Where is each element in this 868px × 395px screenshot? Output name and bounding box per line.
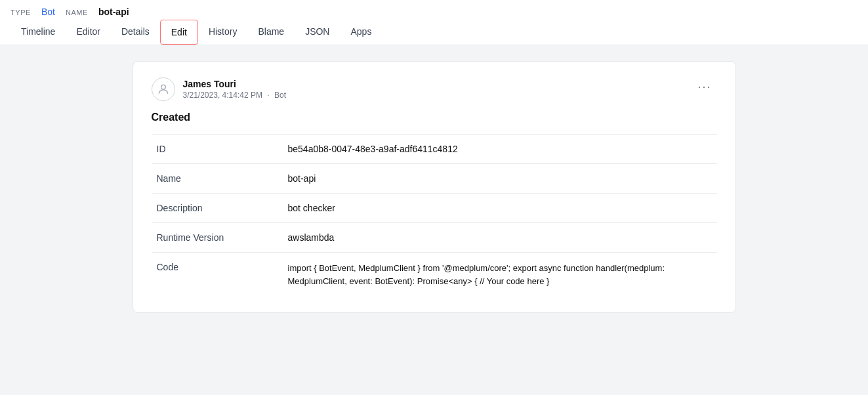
tab-blame[interactable]: Blame xyxy=(247,20,295,45)
card-title: Created xyxy=(152,112,717,123)
history-card: James Touri 3/21/2023, 4:14:42 PM · Bot … xyxy=(133,61,736,313)
top-bar: TYPE Bot NAME bot-api Timeline Editor De… xyxy=(0,0,868,45)
table-row: ID be54a0b8-0047-48e3-a9af-adf6411c4812 xyxy=(152,135,717,164)
tabs-row: Timeline Editor Details Edit History Bla… xyxy=(10,20,858,45)
type-value: Bot xyxy=(41,7,55,17)
card-header-left: James Touri 3/21/2023, 4:14:42 PM · Bot xyxy=(152,77,286,101)
avatar xyxy=(152,77,175,101)
detail-table: ID be54a0b8-0047-48e3-a9af-adf6411c4812 … xyxy=(152,134,717,297)
svg-point-0 xyxy=(161,85,165,89)
dot: · xyxy=(267,91,269,100)
main-content: James Touri 3/21/2023, 4:14:42 PM · Bot … xyxy=(0,45,868,329)
more-options-button[interactable]: ··· xyxy=(692,77,716,96)
tab-json[interactable]: JSON xyxy=(295,20,340,45)
table-row: Runtime Version awslambda xyxy=(152,223,717,253)
row-label: Runtime Version xyxy=(152,223,283,253)
name-value: bot-api xyxy=(98,7,129,17)
row-value: be54a0b8-0047-48e3-a9af-adf6411c4812 xyxy=(283,135,717,164)
row-value: bot checker xyxy=(283,194,717,223)
tab-details[interactable]: Details xyxy=(111,20,160,45)
row-value: awslambda xyxy=(283,223,717,253)
type-name-row: TYPE Bot NAME bot-api xyxy=(10,0,858,20)
card-header: James Touri 3/21/2023, 4:14:42 PM · Bot … xyxy=(152,77,717,101)
row-label: Description xyxy=(152,194,283,223)
card-datetime: 3/21/2023, 4:14:42 PM xyxy=(183,91,262,100)
table-row: Code import { BotEvent, MedplumClient } … xyxy=(152,253,717,297)
row-value-code: import { BotEvent, MedplumClient } from … xyxy=(283,253,717,297)
tab-editor[interactable]: Editor xyxy=(66,20,111,45)
tab-apps[interactable]: Apps xyxy=(340,20,382,45)
tab-edit[interactable]: Edit xyxy=(160,20,198,45)
tab-history[interactable]: History xyxy=(198,20,248,45)
table-row: Name bot-api xyxy=(152,164,717,194)
row-label: ID xyxy=(152,135,283,164)
author-name: James Touri xyxy=(183,79,286,89)
row-label: Name xyxy=(152,164,283,194)
name-label: NAME xyxy=(66,9,88,16)
table-row: Description bot checker xyxy=(152,194,717,223)
row-value: bot-api xyxy=(283,164,717,194)
row-label: Code xyxy=(152,253,283,297)
card-meta: 3/21/2023, 4:14:42 PM · Bot xyxy=(183,91,286,100)
bot-badge: Bot xyxy=(274,91,286,100)
type-label: TYPE xyxy=(10,9,31,16)
tab-timeline[interactable]: Timeline xyxy=(10,20,66,45)
card-author-info: James Touri 3/21/2023, 4:14:42 PM · Bot xyxy=(183,79,286,100)
